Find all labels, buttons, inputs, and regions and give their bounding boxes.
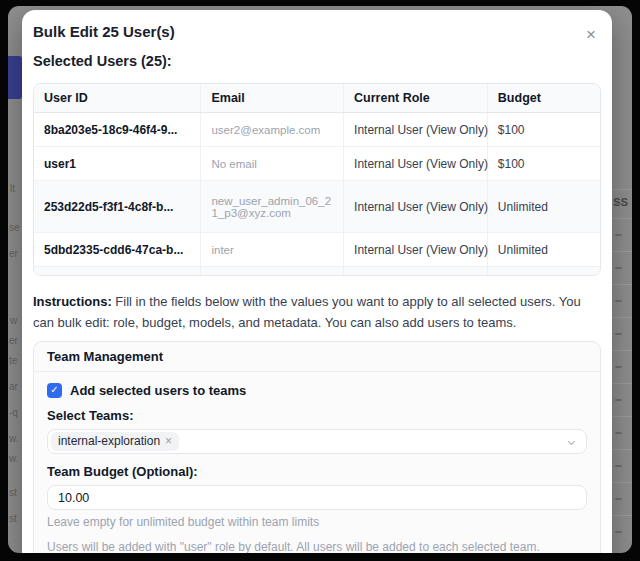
selected-users-table[interactable]: User ID Email Current Role Budget 8ba203… xyxy=(33,83,601,276)
cell-current-role: Internal User (View Only) xyxy=(344,147,488,181)
cell-current-role: Internal User (View Only) xyxy=(344,113,488,147)
background-text-fragment: er xyxy=(9,336,18,346)
table-row: internal-user-ui-qa-06-28- xyxy=(34,267,600,277)
cell-budget: Unlimited xyxy=(487,181,600,233)
background-text-fragment: lt xyxy=(10,184,15,194)
team-management-panel: Team Management Add selected users to te… xyxy=(33,341,601,553)
background-cell-dash xyxy=(615,333,622,335)
budget-helper-text: Leave empty for unlimited budget within … xyxy=(47,515,587,529)
background-text-fragment: w. xyxy=(9,434,18,444)
column-header-email: Email xyxy=(201,84,344,113)
team-tag-label: internal-exploration xyxy=(58,434,160,449)
chevron-down-icon xyxy=(566,437,577,448)
background-column-header-fragment: SS xyxy=(613,196,628,208)
cell-budget: Unlimited xyxy=(487,233,600,267)
cell-email: No email xyxy=(201,147,344,181)
cell-user-id xyxy=(34,267,201,277)
team-budget-label: Team Budget (Optional): xyxy=(47,464,587,479)
background-text-fragment: -q xyxy=(9,408,18,418)
background-cell-dash xyxy=(615,432,622,434)
cell-email: inter xyxy=(201,233,344,267)
background-text-fragment: ar xyxy=(9,382,18,392)
cell-email: internal-user-ui-qa-06-28- xyxy=(201,267,344,277)
cell-current-role: Internal User (View Only) xyxy=(344,233,488,267)
background-cell-dash xyxy=(615,399,622,401)
cell-current-role: Internal User (View Only) xyxy=(344,181,488,233)
instructions-text: Instructions: Fill in the fields below w… xyxy=(33,291,601,333)
add-users-checkbox[interactable] xyxy=(47,383,62,398)
cell-email: new_user_admin_06_21_p3@xyz.com xyxy=(201,181,344,233)
background-text-fragment: se xyxy=(9,223,20,233)
table-row: 5dbd2335-cdd6-47ca-b... inter Internal U… xyxy=(34,233,600,267)
table-row: user1 No email Internal User (View Only)… xyxy=(34,147,600,181)
team-tag: internal-exploration × xyxy=(51,432,179,451)
background-selected-nav-item xyxy=(8,56,22,99)
instructions-body: Fill in the fields below with the values… xyxy=(33,294,581,330)
instructions-label: Instructions: xyxy=(33,294,112,309)
tag-remove-icon[interactable]: × xyxy=(165,434,172,449)
background-cell-dash xyxy=(615,267,622,269)
cell-email: user2@example.com xyxy=(201,113,344,147)
background-text-fragment: te xyxy=(9,356,17,366)
background-cell-dash xyxy=(615,203,622,205)
close-icon[interactable]: × xyxy=(586,26,596,43)
cell-user-id: user1 xyxy=(34,147,201,181)
select-teams-control[interactable]: internal-exploration × xyxy=(47,429,587,454)
cell-budget: $100 xyxy=(487,113,600,147)
background-text-fragment: st xyxy=(9,488,17,498)
table-row: 253d22d5-f3f1-4c8f-b... new_user_admin_0… xyxy=(34,181,600,233)
team-management-title: Team Management xyxy=(34,342,600,372)
column-header-current-role: Current Role xyxy=(344,84,488,113)
background-text-fragment: st xyxy=(9,514,17,524)
cell-current-role xyxy=(344,267,488,277)
background-text-fragment: er xyxy=(9,249,18,259)
background-cell-dash xyxy=(615,300,622,302)
background-cell-dash xyxy=(615,531,622,533)
panel-footer-note: Users will be added with "user" role by … xyxy=(47,540,587,553)
column-header-budget: Budget xyxy=(487,84,600,113)
selected-users-heading: Selected Users (25): xyxy=(33,52,601,71)
table-row: 8ba203e5-18c9-46f4-9... user2@example.co… xyxy=(34,113,600,147)
add-users-checkbox-row[interactable]: Add selected users to teams xyxy=(47,382,587,398)
background-text-fragment: w. xyxy=(9,454,18,464)
background-cell-dash xyxy=(615,498,622,500)
background-cell-dash xyxy=(615,465,622,467)
app-background-overlay: lt se er w er te ar -q w. w. st st SS × … xyxy=(8,6,632,553)
select-teams-label: Select Teams: xyxy=(47,408,587,423)
team-budget-input[interactable] xyxy=(47,485,587,510)
background-cell-dash xyxy=(615,234,622,236)
modal-title: Bulk Edit 25 User(s) xyxy=(33,22,601,41)
background-cell-dash xyxy=(615,366,622,368)
cell-user-id: 253d22d5-f3f1-4c8f-b... xyxy=(34,181,201,233)
add-users-checkbox-label: Add selected users to teams xyxy=(70,383,246,398)
cell-user-id: 5dbd2335-cdd6-47ca-b... xyxy=(34,233,201,267)
bulk-edit-modal: × Bulk Edit 25 User(s) Selected Users (2… xyxy=(22,10,612,553)
cell-budget xyxy=(487,267,600,277)
table-header-row: User ID Email Current Role Budget xyxy=(34,84,600,113)
cell-budget: $100 xyxy=(487,147,600,181)
column-header-user-id: User ID xyxy=(34,84,201,113)
background-text-fragment: w xyxy=(10,316,17,326)
cell-user-id: 8ba203e5-18c9-46f4-9... xyxy=(34,113,201,147)
